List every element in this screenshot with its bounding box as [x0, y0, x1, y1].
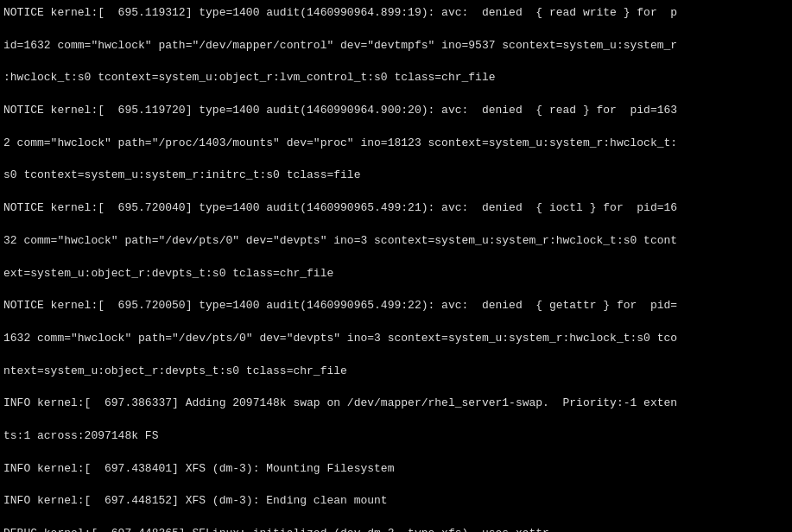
log-line: INFO kernel:[ 697.386337] Adding 2097148… [3, 396, 789, 412]
log-line: ts:1 across:2097148k FS [3, 428, 789, 445]
log-line: 2 comm="hwclock" path="/proc/1403/mounts… [3, 136, 789, 152]
log-line: ntext=system_u:object_r:devpts_t:s0 tcla… [3, 364, 789, 380]
log-line: INFO kernel:[ 697.448152] XFS (dm-3): En… [3, 493, 789, 510]
log-line: NOTICE kernel:[ 695.119720] type=1400 au… [3, 103, 789, 119]
log-line: INFO kernel:[ 697.438401] XFS (dm-3): Mo… [3, 461, 789, 478]
log-line: NOTICE kernel:[ 695.720050] type=1400 au… [3, 298, 789, 314]
log-line: NOTICE kernel:[ 695.119312] type=1400 au… [3, 5, 789, 22]
log-line: NOTICE kernel:[ 695.720040] type=1400 au… [3, 200, 789, 217]
log-line: DEBUG kernel:[ 697.448365] SELinux: init… [3, 526, 789, 532]
log-line: id=1632 comm="hwclock" path="/dev/mapper… [3, 38, 789, 54]
log-line: 1632 comm="hwclock" path="/dev/pts/0" de… [3, 331, 789, 347]
log-line: 32 comm="hwclock" path="/dev/pts/0" dev=… [3, 233, 789, 250]
log-line: :hwclock_t:s0 tcontext=system_u:object_r… [3, 70, 789, 86]
log-line: s0 tcontext=system_u:system_r:initrc_t:s… [3, 168, 789, 184]
terminal-output: NOTICE kernel:[ 695.119312] type=1400 au… [0, 0, 792, 532]
log-line: ext=system_u:object_r:devpts_t:s0 tclass… [3, 266, 789, 282]
